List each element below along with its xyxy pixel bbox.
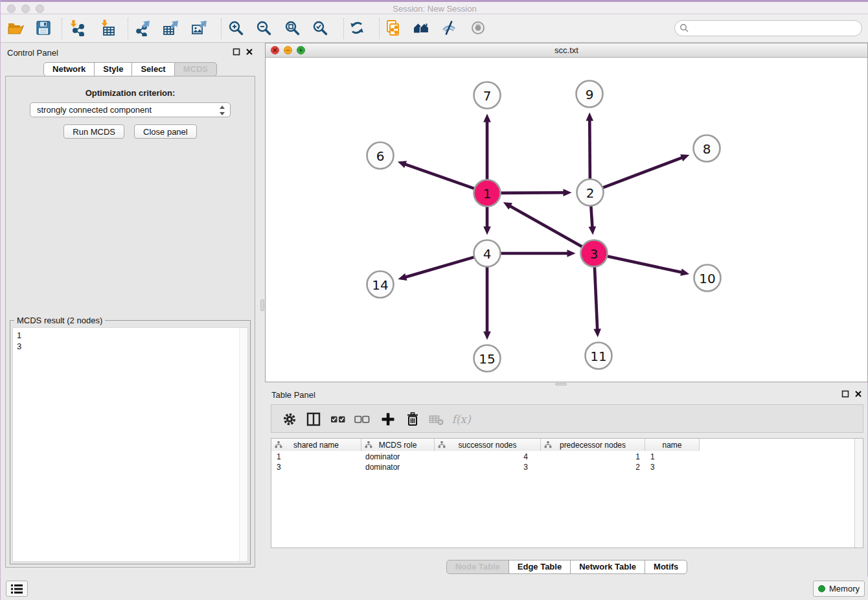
column-header-successor-nodes[interactable]: successor nodes bbox=[435, 439, 541, 451]
hide-details-button[interactable] bbox=[439, 16, 459, 40]
close-panel-icon[interactable] bbox=[246, 48, 253, 56]
table-panel-header: Table Panel bbox=[265, 386, 868, 403]
network-graph[interactable]: 7968124314101511 bbox=[266, 58, 867, 382]
float-panel-icon[interactable] bbox=[233, 48, 240, 56]
import-network-icon bbox=[69, 19, 86, 36]
table-cell[interactable]: dominator bbox=[361, 452, 435, 462]
graph-node-label-8: 8 bbox=[703, 141, 711, 157]
eye-icon bbox=[470, 19, 486, 36]
duplicate-network-button[interactable] bbox=[383, 16, 403, 40]
delete-table-button[interactable] bbox=[427, 410, 446, 428]
refresh-button[interactable] bbox=[347, 16, 367, 40]
function-builder-button[interactable]: f(x) bbox=[451, 410, 471, 428]
zoom-selected-icon bbox=[312, 19, 328, 36]
deselect-all-rows-button[interactable] bbox=[352, 410, 372, 428]
tab-network-table[interactable]: Network Table bbox=[570, 560, 645, 574]
table-scrollbar[interactable] bbox=[854, 439, 863, 548]
tab-node-table[interactable]: Node Table bbox=[446, 560, 509, 574]
import-network-button[interactable] bbox=[67, 16, 87, 40]
mcds-result-group: MCDS result (2 nodes) 13 bbox=[10, 320, 251, 564]
status-bar: Memory bbox=[1, 577, 868, 600]
add-column-button[interactable] bbox=[378, 410, 398, 428]
graph-edge-3-11[interactable] bbox=[595, 264, 597, 330]
graph-edge-arrow-4-14 bbox=[398, 273, 407, 281]
export-table-button[interactable] bbox=[161, 16, 180, 40]
network-window-titlebar[interactable]: ✕ − + scc.txt bbox=[266, 43, 867, 58]
graph-edge-1-6[interactable] bbox=[404, 164, 476, 189]
control-panel-header: Control Panel bbox=[1, 44, 260, 61]
graph-edge-arrow-1-2 bbox=[563, 189, 571, 196]
mcds-result-area[interactable]: 13 bbox=[12, 327, 248, 562]
graph-edge-3-10[interactable] bbox=[605, 256, 682, 273]
table-cell[interactable]: 3 bbox=[271, 462, 361, 472]
export-network-icon bbox=[134, 19, 151, 36]
search-box[interactable] bbox=[674, 20, 862, 36]
table-row[interactable]: 3dominator323 bbox=[271, 462, 863, 472]
table-cell[interactable]: 1 bbox=[645, 452, 700, 462]
splitter-grip-icon[interactable] bbox=[555, 383, 567, 386]
network-canvas[interactable]: 7968124314101511 bbox=[266, 58, 867, 382]
select-all-rows-button[interactable] bbox=[328, 410, 348, 428]
column-header-shared-name[interactable]: shared name bbox=[271, 439, 361, 451]
tab-mcds[interactable]: MCDS bbox=[174, 62, 217, 76]
table-cell[interactable]: 2 bbox=[541, 462, 645, 472]
import-table-button[interactable] bbox=[98, 16, 118, 40]
graph-edge-2-3[interactable] bbox=[591, 203, 592, 227]
table-cell[interactable]: 1 bbox=[271, 452, 361, 462]
column-header-predecessor-nodes[interactable]: predecessor nodes bbox=[541, 439, 645, 451]
memory-status-icon bbox=[818, 585, 825, 592]
zoom-fit-icon bbox=[284, 19, 301, 36]
tab-select[interactable]: Select bbox=[131, 62, 174, 76]
splitter-grip-icon[interactable] bbox=[260, 299, 264, 311]
graph-edge-3-1[interactable] bbox=[509, 205, 584, 248]
table-settings-button[interactable] bbox=[280, 410, 299, 428]
column-header-MCDS-role[interactable]: MCDS role bbox=[361, 439, 435, 451]
export-image-button[interactable] bbox=[189, 16, 209, 40]
control-panel: Control Panel NetworkStyleSelectMCDS Opt… bbox=[1, 44, 260, 577]
vertical-splitter[interactable] bbox=[260, 43, 265, 577]
zoom-out-button[interactable] bbox=[254, 16, 273, 40]
result-scrollbar[interactable] bbox=[239, 328, 247, 561]
delete-column-button[interactable] bbox=[403, 410, 422, 428]
tab-network[interactable]: Network bbox=[43, 62, 95, 76]
tab-edge-table[interactable]: Edge Table bbox=[508, 560, 571, 574]
zoom-selected-button[interactable] bbox=[310, 16, 330, 40]
show-details-button[interactable] bbox=[468, 16, 488, 40]
task-history-button[interactable] bbox=[6, 581, 28, 597]
save-session-button[interactable] bbox=[34, 16, 53, 40]
optimization-criterion-select[interactable]: strongly connected component bbox=[30, 102, 231, 117]
memory-button[interactable]: Memory bbox=[813, 581, 865, 597]
zoom-in-button[interactable] bbox=[226, 16, 246, 40]
table-cell[interactable]: 1 bbox=[541, 452, 645, 462]
open-session-button[interactable] bbox=[6, 16, 25, 40]
tab-motifs[interactable]: Motifs bbox=[645, 560, 687, 574]
hierarchy-icon bbox=[275, 441, 282, 448]
toggle-columns-button[interactable] bbox=[304, 410, 323, 428]
table-cell[interactable]: 3 bbox=[435, 462, 541, 472]
graph-edge-arrow-2-9 bbox=[586, 112, 593, 121]
export-network-button[interactable] bbox=[133, 16, 152, 40]
close-panel-icon[interactable] bbox=[854, 390, 862, 398]
graph-edge-2-9[interactable] bbox=[589, 119, 590, 181]
graph-edge-4-14[interactable] bbox=[405, 257, 476, 277]
close-panel-button[interactable]: Close panel bbox=[134, 124, 197, 139]
zoom-fit-button[interactable] bbox=[282, 16, 302, 40]
node-table-header: shared nameMCDS rolesuccessor nodesprede… bbox=[271, 439, 700, 451]
table-cell[interactable]: dominator bbox=[361, 462, 435, 472]
refresh-icon bbox=[348, 19, 365, 36]
mcds-result-text: 13 bbox=[13, 328, 247, 354]
table-cell[interactable]: 4 bbox=[435, 452, 541, 462]
window-titlebar: Session: New Session bbox=[1, 0, 868, 14]
tab-style[interactable]: Style bbox=[94, 62, 132, 76]
column-header-name[interactable]: name bbox=[645, 439, 700, 451]
table-row[interactable]: 1dominator411 bbox=[271, 452, 863, 462]
table-cell[interactable]: 3 bbox=[645, 462, 700, 472]
run-mcds-button[interactable]: Run MCDS bbox=[63, 124, 124, 139]
zoom-in-icon bbox=[227, 19, 244, 36]
search-input[interactable] bbox=[692, 22, 862, 35]
graph-edge-2-8[interactable] bbox=[600, 157, 683, 189]
float-panel-icon[interactable] bbox=[841, 390, 849, 398]
graph-edge-1-2[interactable] bbox=[498, 192, 564, 193]
mcds-result-line: 3 bbox=[17, 341, 244, 352]
houses-button[interactable] bbox=[411, 16, 431, 40]
